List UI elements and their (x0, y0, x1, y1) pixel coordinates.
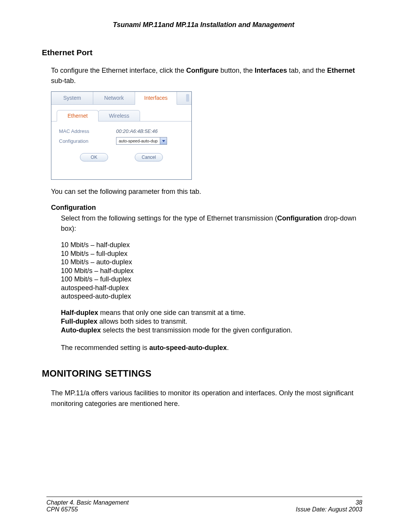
screenshot-ethernet-config-panel: System Network Interfaces Ethernet Wirel… (51, 91, 192, 180)
cancel-button[interactable]: Cancel (135, 153, 163, 161)
def-half-duplex: Half-duplex means that only one side can… (61, 308, 365, 317)
bold-half-duplex: Half-duplex (61, 309, 98, 316)
field-mac-address: MAC Address 00:20:A6:4B:5E:46 (59, 128, 191, 134)
button-row: OK Cancel (51, 153, 191, 161)
bold-interfaces: Interfaces (255, 67, 287, 74)
list-item: autospeed-half-duplex (61, 284, 365, 292)
subtab-wireless[interactable]: Wireless (98, 110, 140, 121)
duplex-definitions: Half-duplex means that only one side can… (61, 308, 365, 335)
text: tab, and the (287, 67, 327, 74)
label-configuration: Configuration (59, 138, 116, 144)
text: . (227, 344, 229, 351)
document-header: Tsunami MP.11and MP.11a Installation and… (42, 21, 365, 29)
list-item: autospeed-auto-duplex (61, 292, 365, 301)
text: sub-tab. (51, 77, 76, 85)
chevron-down-icon[interactable] (160, 137, 167, 144)
text: selects the best transmission mode for t… (101, 326, 292, 334)
subtab-ethernet[interactable]: Ethernet (57, 110, 99, 121)
field-configuration: Configuration auto-speed-auto-dup (59, 137, 191, 145)
tab-network[interactable]: Network (93, 92, 135, 105)
def-auto-duplex: Auto-duplex selects the best transmissio… (61, 326, 365, 335)
def-full-duplex: Full-duplex allows both sides to transmi… (61, 317, 365, 326)
footer-page-number: 38 (355, 499, 362, 506)
footer-cpn: CPN 65755 (46, 506, 78, 513)
text: means that only one side can transmit at… (98, 309, 245, 316)
recommended-setting: The recommended setting is auto-speed-au… (61, 343, 365, 353)
ok-button[interactable]: OK (80, 153, 108, 161)
text: allows both sides to transmit. (97, 318, 187, 325)
footer-chapter: Chapter 4. Basic Management (46, 499, 129, 506)
secondary-tabs: Ethernet Wireless (51, 110, 191, 121)
heading-ethernet-port: Ethernet Port (42, 48, 365, 57)
bold-full-duplex: Full-duplex (61, 318, 97, 325)
list-item: 10 Mbit/s – full-duplex (61, 249, 365, 258)
bold-ethernet: Ethernet (327, 67, 355, 74)
list-item: 10 Mbit/s – auto-duplex (61, 258, 365, 267)
bold-configuration: Configuration (277, 214, 322, 222)
configuration-options-list: 10 Mbit/s – half-duplex 10 Mbit/s – full… (61, 241, 365, 301)
tab-system[interactable]: System (51, 92, 93, 105)
primary-tabs: System Network Interfaces (51, 92, 191, 105)
page-footer: Chapter 4. Basic Management 38 CPN 65755… (46, 497, 362, 513)
text-after-image: You can set the following parameter from… (51, 187, 365, 197)
bold-auto-duplex: Auto-duplex (61, 326, 101, 334)
list-item: 100 Mbit/s – full-duplex (61, 275, 365, 284)
dropdown-selected-value: auto-speed-auto-dup (116, 139, 160, 143)
text: Select from the following settings for t… (61, 214, 277, 222)
tab-bar-end (177, 92, 191, 105)
configuration-dropdown[interactable]: auto-speed-auto-dup (116, 137, 167, 145)
monitoring-body: The MP.11/a offers various facilities to… (51, 388, 365, 409)
label-mac-address: MAC Address (59, 128, 116, 134)
heading-monitoring-settings: MONITORING SETTINGS (42, 368, 365, 379)
value-mac-address: 00:20:A6:4B:5E:46 (116, 128, 158, 134)
subheading-configuration: Configuration (51, 204, 365, 212)
footer-issue-date: Issue Date: August 2003 (296, 506, 362, 513)
tab-interfaces[interactable]: Interfaces (135, 92, 177, 105)
text: button, the (218, 67, 255, 74)
bold-recommended: auto-speed-auto-duplex (149, 344, 227, 351)
ethernet-intro-paragraph: To configure the Ethernet interface, cli… (51, 66, 365, 86)
list-item: 10 Mbit/s – half-duplex (61, 241, 365, 249)
bold-configure: Configure (186, 67, 218, 74)
text: To configure the Ethernet interface, cli… (51, 67, 186, 74)
list-item: 100 Mbit/s – half-duplex (61, 267, 365, 275)
text: The recommended setting is (61, 344, 149, 351)
configuration-description: Select from the following settings for t… (61, 213, 365, 234)
